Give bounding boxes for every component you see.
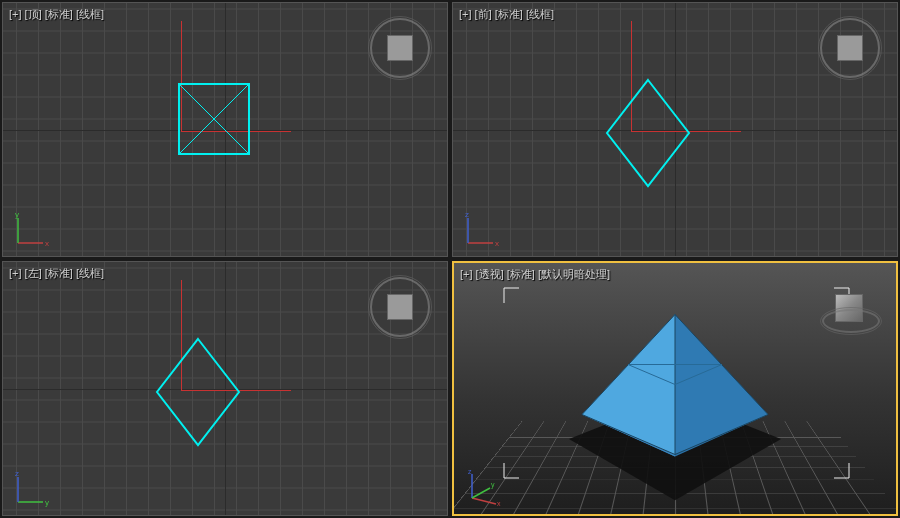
viewport-left[interactable]: [+] [左] [标准] [线框] y z [2,261,448,516]
viewport-top[interactable]: [+] [顶] [标准] [线框] x y [2,2,448,257]
svg-text:y: y [45,498,49,507]
selected-object-wire[interactable] [153,337,243,447]
axis-tripod-icon: x y [13,208,53,248]
viewcube-ring-icon [822,309,880,333]
viewport-label-left: [+] [左] [标准] [线框] [9,266,104,281]
svg-line-32 [472,488,490,498]
viewport-menu-mode[interactable]: [标准] [45,267,73,279]
viewport-menu-shading[interactable]: [线框] [76,8,104,20]
viewport-menu-shading[interactable]: [线框] [526,8,554,20]
viewcube-cube-icon [837,35,863,61]
viewport-menu-name[interactable]: [透视] [476,268,504,280]
svg-text:z: z [468,468,472,475]
viewport-grid: [+] [顶] [标准] [线框] x y [0,0,900,518]
viewport-menu-plus[interactable]: [+] [459,8,472,20]
axis-tripod-icon: x y z [464,466,504,506]
axis-tripod-icon: y z [13,467,53,507]
viewport-menu-name[interactable]: [前] [475,8,492,20]
svg-text:z: z [465,210,469,219]
viewcube[interactable] [365,272,435,342]
selected-object-wire[interactable] [603,78,693,188]
svg-text:z: z [15,469,19,478]
viewport-menu-mode[interactable]: [标准] [45,8,73,20]
svg-marker-7 [607,80,689,186]
selected-object-wire[interactable] [178,83,250,155]
viewport-menu-plus[interactable]: [+] [9,267,22,279]
svg-text:y: y [491,481,495,489]
svg-line-30 [472,498,496,504]
viewcube[interactable] [815,13,885,83]
svg-text:y: y [15,210,19,219]
svg-marker-20 [582,314,675,454]
svg-text:x: x [495,239,499,248]
viewport-label-top: [+] [顶] [标准] [线框] [9,7,104,22]
viewport-menu-plus[interactable]: [+] [460,268,473,280]
viewport-label-perspective: [+] [透视] [标准] [默认明暗处理] [460,267,610,282]
viewport-menu-plus[interactable]: [+] [9,8,22,20]
viewport-menu-shading[interactable]: [线框] [76,267,104,279]
viewport-perspective[interactable]: [+] [透视] [标准] [默认明暗处理] x y z [452,261,898,516]
viewcube-cube-icon [387,294,413,320]
svg-text:x: x [497,500,501,506]
viewport-menu-name[interactable]: [顶] [25,8,42,20]
viewcube[interactable] [814,273,884,343]
svg-text:x: x [45,239,49,248]
selected-object-shaded[interactable] [570,306,780,456]
svg-marker-12 [157,339,239,445]
viewport-front[interactable]: [+] [前] [标准] [线框] x z [452,2,898,257]
viewport-menu-name[interactable]: [左] [25,267,42,279]
viewport-menu-shading[interactable]: [默认明暗处理] [538,268,610,280]
viewcube[interactable] [365,13,435,83]
axis-tripod-icon: x z [463,208,503,248]
viewport-menu-mode[interactable]: [标准] [507,268,535,280]
viewport-label-front: [+] [前] [标准] [线框] [459,7,554,22]
viewport-menu-mode[interactable]: [标准] [495,8,523,20]
viewcube-cube-icon [387,35,413,61]
svg-marker-21 [675,314,768,454]
